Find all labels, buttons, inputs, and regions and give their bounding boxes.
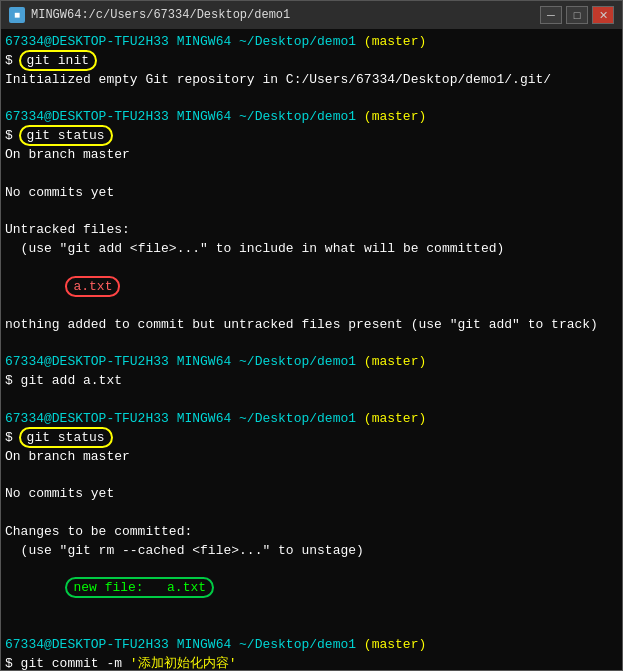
blank-9 [5,504,618,523]
command-line-2: $ git status [5,127,618,146]
output-nothing-added: nothing added to commit but untracked fi… [5,316,618,335]
command-line-5: $ git commit -m '添加初始化内容' [5,655,618,670]
window-title: MINGW64:/c/Users/67334/Desktop/demo1 [31,8,290,22]
command-line-4: $ git status [5,429,618,448]
blank-2 [5,165,618,184]
blank-8 [5,466,618,485]
output-init: Initialized empty Git repository in C:/U… [5,71,618,90]
blank-6 [5,335,618,354]
title-bar: ■ MINGW64:/c/Users/67334/Desktop/demo1 ─… [1,1,622,29]
output-new-file: new file: a.txt [5,579,618,598]
blank-7 [5,391,618,410]
prompt-line-1: 67334@DESKTOP-TFU2H33 MINGW64 ~/Desktop/… [5,33,618,52]
output-untracked-hint: (use "git add <file>..." to include in w… [5,240,618,259]
terminal-icon: ■ [9,7,25,23]
output-nocommits-1: No commits yet [5,184,618,203]
terminal-window: ■ MINGW64:/c/Users/67334/Desktop/demo1 ─… [0,0,623,671]
terminal-body[interactable]: 67334@DESKTOP-TFU2H33 MINGW64 ~/Desktop/… [1,29,622,670]
window-controls: ─ □ ✕ [540,6,614,24]
blank-1 [5,90,618,109]
minimize-button[interactable]: ─ [540,6,562,24]
output-changes-hint: (use "git rm --cached <file>..." to unst… [5,542,618,561]
output-untracked-file: a.txt [5,278,618,297]
command-line-3: $ git add a.txt [5,372,618,391]
blank-5 [5,297,618,316]
command-line-1: $ git init [5,52,618,71]
output-nocommits-2: No commits yet [5,485,618,504]
title-bar-left: ■ MINGW64:/c/Users/67334/Desktop/demo1 [9,7,290,23]
blank-3 [5,203,618,222]
maximize-button[interactable]: □ [566,6,588,24]
prompt-line-3: 67334@DESKTOP-TFU2H33 MINGW64 ~/Desktop/… [5,353,618,372]
blank-11 [5,598,618,617]
output-branch-2: On branch master [5,448,618,467]
output-changes-header: Changes to be committed: [5,523,618,542]
output-untracked-header: Untracked files: [5,221,618,240]
blank-12 [5,617,618,636]
output-branch-1: On branch master [5,146,618,165]
close-button[interactable]: ✕ [592,6,614,24]
prompt-line-5: 67334@DESKTOP-TFU2H33 MINGW64 ~/Desktop/… [5,636,618,655]
prompt-line-4: 67334@DESKTOP-TFU2H33 MINGW64 ~/Desktop/… [5,410,618,429]
